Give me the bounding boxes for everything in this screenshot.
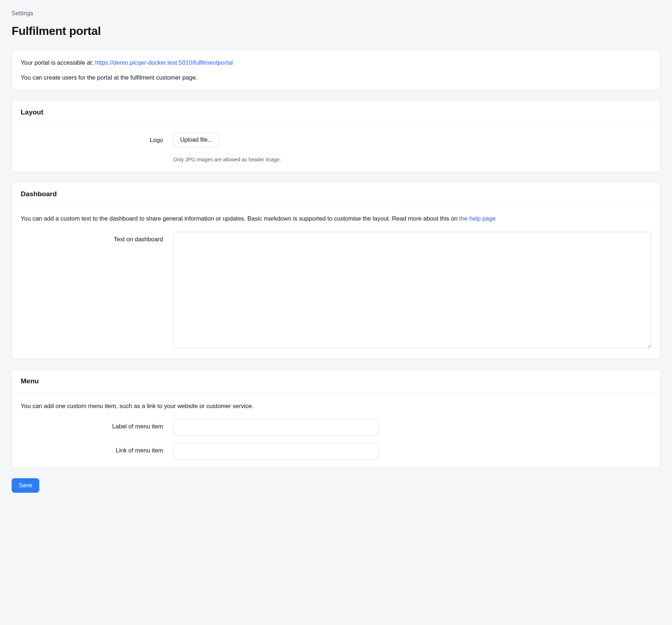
- portal-url-text: Your portal is accessible at: https://de…: [21, 58, 651, 67]
- breadcrumb: Settings: [12, 9, 660, 18]
- menu-link-field-label: Link of menu item: [21, 443, 173, 455]
- dashboard-help-link[interactable]: the help page: [459, 215, 495, 222]
- menu-card-header: Menu: [12, 370, 660, 394]
- logo-helper-text: Only JPG images are allowed as header im…: [173, 156, 281, 164]
- dashboard-text-label: Text on dashboard: [21, 232, 173, 244]
- dashboard-card-header: Dashboard: [12, 182, 660, 206]
- upload-file-button[interactable]: Upload file...: [173, 133, 219, 147]
- menu-intro-text: You can add one custom menu item, such a…: [21, 402, 651, 411]
- layout-heading: Layout: [21, 107, 651, 118]
- intro-card: Your portal is accessible at: https://de…: [12, 50, 660, 90]
- menu-card: Menu You can add one custom menu item, s…: [12, 369, 660, 468]
- dashboard-intro-prefix: You can add a custom text to the dashboa…: [21, 215, 459, 222]
- dashboard-card: Dashboard You can add a custom text to t…: [12, 182, 660, 359]
- dashboard-heading: Dashboard: [21, 189, 651, 199]
- portal-users-text: You can create users for the portal at t…: [21, 73, 651, 82]
- portal-url-link[interactable]: https://demo.picqer-docker.test:5010/ful…: [95, 59, 233, 66]
- portal-url-prefix: Your portal is accessible at:: [21, 59, 95, 66]
- menu-label-field-label: Label of menu item: [21, 419, 173, 431]
- layout-card-header: Layout: [12, 101, 660, 125]
- dashboard-intro-text: You can add a custom text to the dashboa…: [21, 214, 651, 223]
- logo-label: Logo: [21, 133, 173, 145]
- breadcrumb-settings-link[interactable]: Settings: [12, 10, 33, 16]
- layout-card: Layout Logo Upload file... Only JPG imag…: [12, 100, 660, 172]
- save-button[interactable]: Save: [12, 478, 39, 493]
- dashboard-text-input[interactable]: [173, 232, 651, 348]
- menu-label-input[interactable]: [173, 419, 378, 436]
- page-title: Fulfilment portal: [12, 22, 660, 40]
- menu-link-input[interactable]: [173, 443, 378, 460]
- menu-heading: Menu: [21, 376, 651, 387]
